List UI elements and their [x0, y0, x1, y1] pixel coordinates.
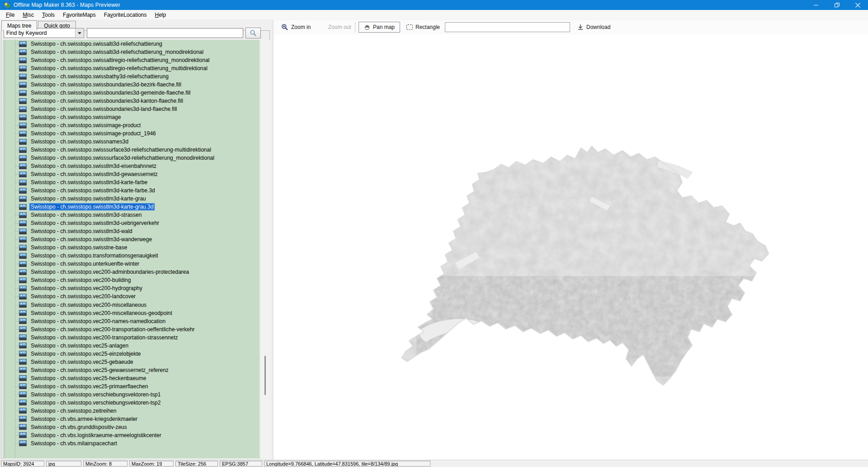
- tree-item[interactable]: Swisstopo - ch.swisstopo.verschiebungsve…: [3, 399, 259, 407]
- tree-item-label: Swisstopo - ch.swisstopo.swissboundaries…: [29, 81, 183, 88]
- tree-item[interactable]: Swisstopo - ch.swisstopo.vec200-names-na…: [3, 317, 259, 325]
- window-title: Offline Map Maker 8.363 - Maps Previewer: [14, 2, 120, 8]
- tree-item[interactable]: Swisstopo - ch.swisstopo.vec200-transpor…: [3, 334, 259, 342]
- chevron-down-icon: [78, 32, 81, 34]
- status-format: jpg: [46, 461, 81, 467]
- tree-item-label: Swisstopo - ch.swisstopo.swissalti3d-rel…: [29, 48, 205, 56]
- tree-item-label: Swisstopo - ch.swisstopo.vec200-miscella…: [29, 301, 148, 309]
- tree-item[interactable]: Swisstopo - ch.swisstopo.swissimage-prod…: [3, 121, 259, 129]
- tree-item[interactable]: Swisstopo - ch.swisstopo.verschiebungsve…: [3, 391, 259, 399]
- tree-item[interactable]: Swisstopo - ch.swisstopo.swissboundaries…: [3, 97, 259, 105]
- tree-item[interactable]: Swisstopo - ch.swisstopo.swissnames3d: [3, 138, 259, 146]
- tab-maps-tree[interactable]: Maps tree: [1, 20, 37, 30]
- tree-item[interactable]: Swisstopo - ch.swisstopo.swissbathy3d-re…: [3, 72, 259, 81]
- tree-item[interactable]: Swisstopo - ch.vbs.grunddispositiv-zeus: [3, 423, 259, 431]
- tree-item[interactable]: Swisstopo - ch.swisstopo.swisstlm3d-stra…: [3, 211, 259, 219]
- zoom-out-button[interactable]: Zoom out: [325, 22, 355, 33]
- menu-help[interactable]: Help: [151, 11, 170, 19]
- map-layer-icon: [19, 408, 27, 414]
- search-button[interactable]: [245, 28, 261, 38]
- tree-item[interactable]: Swisstopo - ch.swisstopo.zeitreihen: [3, 407, 259, 415]
- restore-button[interactable]: [826, 0, 847, 10]
- tree-item[interactable]: Swisstopo - ch.swisstopo.swisssurface3d-…: [3, 154, 259, 162]
- menu-favoritelocations[interactable]: FavoriteLocations: [100, 11, 151, 19]
- tree-item[interactable]: Swisstopo - ch.swisstopo.swissalti3d-rel…: [3, 40, 259, 48]
- tree-item[interactable]: Swisstopo - ch.vbs.logistikraeume-armeel…: [3, 431, 259, 439]
- minimize-button[interactable]: [806, 0, 826, 10]
- tree-item[interactable]: Swisstopo - ch.swisstopo.vec200-hydrogra…: [3, 284, 259, 292]
- tree-item[interactable]: Swisstopo - ch.swisstopo.vec25-gewaesser…: [3, 366, 259, 374]
- map-layer-icon: [19, 351, 27, 357]
- map-layer-icon: [19, 343, 27, 348]
- tree-item[interactable]: Swisstopo - ch.swisstopo.vec25-heckenbae…: [3, 374, 259, 382]
- close-button[interactable]: [847, 0, 868, 10]
- tree-item[interactable]: Swisstopo - ch.swisstopo.swissboundaries…: [3, 105, 259, 113]
- app-window: Offline Map Maker 8.363 - Maps Previewer…: [0, 0, 868, 467]
- restore-icon: [835, 3, 840, 8]
- tree-scrollbar[interactable]: [260, 40, 270, 458]
- tree-item-label: Swisstopo - ch.swisstopo.vec200-miscella…: [29, 310, 174, 317]
- search-input[interactable]: [87, 28, 243, 38]
- tree-item[interactable]: Swisstopo - ch.swisstopo.swissboundaries…: [3, 89, 259, 97]
- tree-item[interactable]: Swisstopo - ch.swisstopo.swissalti3d-rel…: [3, 48, 259, 56]
- tree-item[interactable]: Swisstopo - ch.swisstopo.vec25-primaerfl…: [3, 382, 259, 391]
- tree-item[interactable]: Swisstopo - ch.swisstopo.vec200-transpor…: [3, 325, 259, 334]
- dropdown-arrow-button[interactable]: [75, 29, 83, 37]
- tree-item[interactable]: Swisstopo - ch.swisstopo.unterkuenfte-wi…: [3, 260, 259, 268]
- menu-tools[interactable]: Tools: [38, 11, 59, 19]
- zoom-in-button[interactable]: Zoom in: [278, 22, 314, 33]
- menu-file[interactable]: File: [2, 11, 19, 19]
- tree-item[interactable]: Swisstopo - ch.swisstopo.vec25-einzelobj…: [3, 350, 259, 358]
- tree-item[interactable]: Swisstopo - ch.swisstopo.swissimage: [3, 113, 259, 121]
- map-layer-icon: [19, 66, 27, 71]
- tree-item[interactable]: Swisstopo - ch.swisstopo.swisssurface3d-…: [3, 146, 259, 154]
- tree-item[interactable]: Swisstopo - ch.swisstopo.swissboundaries…: [3, 81, 259, 89]
- tree-item[interactable]: Swisstopo - ch.swisstopo.vec25-anlagen: [3, 342, 259, 350]
- tree-item[interactable]: Swisstopo - ch.swisstopo.vec25-gebaeude: [3, 358, 259, 366]
- tree-item-label: Swisstopo - ch.swisstopo.vec25-einzelobj…: [29, 350, 142, 357]
- tree-item-label: Swisstopo - ch.swisstopo.swisstlm3d-kart…: [29, 195, 147, 202]
- tree-item-label: Swisstopo - ch.swisstopo.unterkuenfte-wi…: [29, 260, 141, 267]
- tree-item[interactable]: Swisstopo - ch.swisstopo.swisstlm3d-kart…: [3, 178, 259, 186]
- rectangle-select-button[interactable]: Rectangle: [403, 22, 443, 33]
- tree-item-label: Swisstopo - ch.swisstopo.swissnames3d: [29, 138, 130, 145]
- tree-item[interactable]: Swisstopo - ch.swisstopo.swisstlm3d-wald: [3, 227, 259, 235]
- status-maps-id: MapsID: 3924: [1, 461, 44, 467]
- tree-item[interactable]: Swisstopo - ch.swisstopo.swisstlm3d-wand…: [3, 235, 259, 243]
- tree-item[interactable]: Swisstopo - ch.vbs.armee-kriegsdenkmaele…: [3, 415, 259, 423]
- tree-item-label: Swisstopo - ch.swisstopo.swissalti3d-rel…: [29, 40, 164, 48]
- tree-item[interactable]: Swisstopo - ch.swisstopo.swisstlm3d-kart…: [3, 203, 259, 211]
- tree-item[interactable]: Swisstopo - ch.swisstopo.vec200-building: [3, 276, 259, 284]
- tree-item[interactable]: Swisstopo - ch.swisstopo.swissaltiregio-…: [3, 56, 259, 64]
- tree-item[interactable]: Swisstopo - ch.swisstopo.swisstlm3d-eise…: [3, 162, 259, 170]
- tree-rows: Swisstopo - ch.swisstopo.swissalti3d-rel…: [3, 40, 259, 458]
- coordinate-input[interactable]: [445, 22, 570, 32]
- tree-item[interactable]: Swisstopo - ch.swisstopo.swisstne-base: [3, 243, 259, 252]
- pan-map-button[interactable]: Pan map: [359, 22, 400, 33]
- tree-item[interactable]: Swisstopo - ch.swisstopo.transformations…: [3, 252, 259, 260]
- tree-item[interactable]: Swisstopo - ch.swisstopo.vec200-miscella…: [3, 309, 259, 317]
- tree-item-label: Swisstopo - ch.swisstopo.swisstlm3d-eise…: [29, 162, 158, 170]
- tree-item[interactable]: Swisstopo - ch.swisstopo.vec200-landcove…: [3, 292, 259, 300]
- tree-item[interactable]: Swisstopo - ch.vbs.milairspacechart: [3, 439, 259, 448]
- map-layer-icon: [19, 41, 27, 47]
- menu-misc[interactable]: Misc: [19, 11, 38, 19]
- tree-item[interactable]: Swisstopo - ch.swisstopo.swissaltiregio-…: [3, 64, 259, 72]
- map-canvas[interactable]: [274, 34, 868, 460]
- tree-item[interactable]: Swisstopo - ch.swisstopo.swisstlm3d-uebr…: [3, 219, 259, 227]
- map-layer-icon: [19, 49, 27, 55]
- statusbar: MapsID: 3924 jpg MinZoom: 8 MaxZoom: 19 …: [0, 460, 868, 467]
- map-layer-icon: [19, 155, 27, 161]
- download-button[interactable]: Download: [574, 22, 614, 33]
- tree-item[interactable]: Swisstopo - ch.swisstopo.swisstlm3d-gewa…: [3, 170, 259, 178]
- tree-item[interactable]: Swisstopo - ch.swisstopo.swisstlm3d-kart…: [3, 195, 259, 203]
- tree-item[interactable]: Swisstopo - ch.swisstopo.swisstlm3d-kart…: [3, 186, 259, 195]
- tree-guide-line: [5, 40, 5, 458]
- status-max-zoom: MaxZoom: 19: [129, 461, 174, 467]
- tree-item[interactable]: Swisstopo - ch.swisstopo.swissimage-prod…: [3, 129, 259, 138]
- map-layer-icon: [19, 172, 27, 177]
- tree-item[interactable]: Swisstopo - ch.swisstopo.vec200-miscella…: [3, 301, 259, 309]
- tree-item[interactable]: Swisstopo - ch.swisstopo.vec200-adminbou…: [3, 268, 259, 276]
- scrollbar-thumb[interactable]: [264, 356, 266, 395]
- menu-favoritemaps[interactable]: FavoriteMaps: [59, 11, 100, 19]
